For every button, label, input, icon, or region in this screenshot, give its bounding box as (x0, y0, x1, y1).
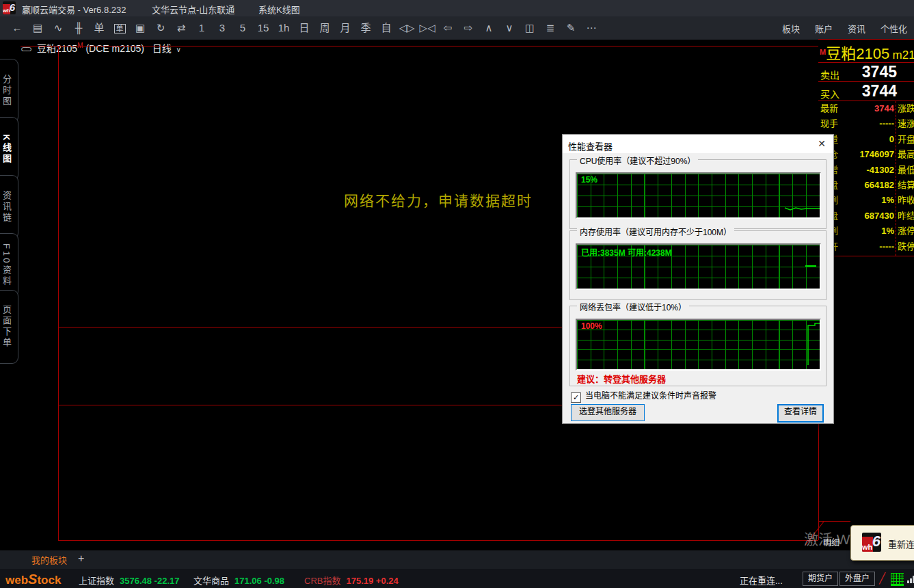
toolbar-icon-more[interactable]: ⋯ (581, 16, 602, 40)
network-quality-icon[interactable] (891, 573, 904, 586)
quote-row-right-label: 最高 (898, 147, 914, 162)
toolbar-icon-refresh[interactable]: ↻ (150, 16, 171, 40)
toolbar-icon-report[interactable]: ▤ (27, 16, 48, 40)
switch-server-button[interactable]: 选登其他服务器 (571, 404, 645, 421)
close-icon[interactable]: ✕ (816, 137, 828, 150)
instrument-name: 豆粕2105 (37, 43, 77, 54)
quote-row-value: ----- (879, 116, 894, 131)
toolbar-right-menu: 板块 账户 资讯 个性化 (782, 16, 907, 40)
toolbar-icon-indicator[interactable]: ≣ (540, 16, 561, 40)
toolbar-icon-minute-chart[interactable]: ∿ (48, 16, 68, 40)
quote-row-value: 0 (889, 132, 894, 147)
cpu-usage-graph: 15% (576, 172, 821, 219)
quote-row: 最新 3744 涨跌 (818, 101, 914, 116)
index-crb: CRB指数175.19 +0.24 (304, 574, 399, 587)
toolbar-icon-order-ticket[interactable]: 单 (109, 16, 130, 40)
sidebar-tab[interactable]: F10资料 (0, 233, 18, 297)
toolbar-icon-draw[interactable]: ✎ (561, 16, 581, 40)
app-title: 赢顺云端交易 - Ver6.8.232 (22, 3, 126, 16)
futures-account-button[interactable]: 期货户 (803, 572, 838, 586)
toolbar-icon-page-right[interactable]: ⇨ (458, 16, 479, 40)
toolbar-icon-flash-order[interactable]: 单 (89, 16, 109, 40)
network-trace (577, 320, 820, 369)
quote-title[interactable]: M豆粕2105 m2105 (820, 41, 914, 63)
toolbar-icon-period-5min[interactable]: 5 (232, 16, 253, 40)
toolbar-icon-period-custom[interactable]: 自 (376, 16, 396, 40)
toolbar-icon-chart-switch[interactable]: ⇄ (171, 16, 191, 40)
sidebar-tab[interactable]: 资讯链 (0, 175, 18, 239)
toolbar-icons: ← ▤ ∿ ╫ 单 单 ▣ ↻ ⇄ 1 3 5 (7, 16, 602, 40)
quote-row-value: 664182 (865, 178, 894, 193)
quote-row-value: -41302 (867, 163, 894, 178)
toolbar-icon-period-15min[interactable]: 15 (253, 16, 273, 40)
reconnect-toast-text: 重新连接 (888, 537, 914, 550)
instrument-code: (DCE m2105) (85, 43, 144, 54)
view-details-button[interactable]: 查看详情 (777, 404, 824, 423)
server-advice-text: 建议：转登其他服务器 (577, 372, 666, 385)
toolbar-icon-collapse-up[interactable]: ∧ (479, 16, 499, 40)
alarm-checkbox-row[interactable]: ✓当电脑不能满足建议条件时声音报警 (571, 389, 716, 400)
toolbar-icon-page-left[interactable]: ⇦ (438, 16, 458, 40)
reconnect-toast[interactable]: wh6 重新连接 (850, 525, 914, 561)
webstock-logo: webStock (5, 572, 61, 587)
chevron-down-icon: ∨ (176, 46, 181, 53)
alarm-checkbox-label: 当电脑不能满足建议条件时声音报警 (585, 391, 716, 401)
add-board-button[interactable]: + (78, 552, 84, 565)
memory-trace (577, 245, 820, 289)
toolbar-icon-period-1hour[interactable]: 1h (273, 16, 294, 40)
toolbar: ← ▤ ∿ ╫ 单 单 ▣ ↻ ⇄ 1 3 5 (0, 16, 914, 40)
index-shanghai: 上证指数3576.48 -22.17 (79, 574, 179, 587)
sidebar-tab[interactable]: K线图 (0, 117, 18, 181)
toolbar-icon-back[interactable]: ← (7, 16, 27, 40)
ask-row[interactable]: 卖出 3745 (818, 63, 914, 82)
server-node-label: 文华云节点-山东联通 (152, 3, 234, 16)
toolbar-icon-period-3min[interactable]: 3 (212, 16, 232, 40)
toolbar-icon-kline-chart[interactable]: ╫ (68, 16, 89, 40)
toolbar-icon-period-season[interactable]: 季 (355, 16, 376, 40)
sidebar-tab[interactable]: 页面下单 (0, 290, 18, 364)
sidebar-tab[interactable]: 分时图 (0, 59, 18, 123)
quote-instrument-code: m2105 (893, 49, 914, 62)
pen-slash-icon[interactable]: ╱ (879, 572, 885, 585)
checkbox-checked-icon[interactable]: ✓ (571, 392, 581, 403)
toolbar-icon-period-1min[interactable]: 1 (191, 16, 212, 40)
dialog-title-bar[interactable]: 性能查看器 ✕ (563, 135, 833, 153)
toolbar-icon-period-day[interactable]: 日 (294, 16, 314, 40)
connection-status: 正在重连... (740, 574, 783, 587)
bid-row[interactable]: 买入 3744 (818, 82, 914, 101)
memory-usage-graph: 已用:3835M 可用:4238M (576, 243, 821, 290)
quote-row-value: ----- (879, 239, 894, 254)
signal-bars-icon[interactable] (907, 576, 914, 583)
quote-row-value: 1746097 (859, 147, 894, 162)
quote-row-right-label: 昨收 (898, 193, 914, 208)
detail-label: 明细 (823, 536, 839, 548)
toolbar-menu-item[interactable]: 账户 (815, 22, 833, 35)
toolbar-menu-item[interactable]: 资讯 (848, 22, 865, 35)
toolbar-icon-save[interactable]: ▣ (130, 16, 150, 40)
memory-group-label: 内存使用率（建议可用内存不少于100M） (577, 226, 734, 237)
toolbar-icon-grid-layout[interactable]: ◫ (520, 16, 540, 40)
toolbar-icon-zoom-in[interactable]: ▷◁ (417, 16, 438, 40)
toolbar-icon-period-month[interactable]: 月 (335, 16, 355, 40)
quote-row-value: 1% (881, 224, 894, 239)
quote-row-right-label: 涨停 (898, 224, 914, 239)
cpu-trace (577, 174, 820, 217)
title-bar: wh6 赢顺云端交易 - Ver6.8.232 文华云节点-山东联通 系统K线图 (0, 0, 914, 16)
period-selector[interactable]: 日线 (152, 43, 172, 54)
toolbar-menu-item[interactable]: 个性化 (881, 22, 907, 35)
quote-row-right-label: 昨结 (898, 209, 914, 224)
status-bar: webStock 上证指数3576.48 -22.17 文华商品171.06 -… (0, 569, 914, 588)
wh6-logo-icon: wh6 (3, 1, 16, 14)
instrument-header[interactable]: ⊂⊃ 豆粕2105M (DCE m2105) 日线 ∨ (21, 41, 181, 56)
foreign-account-button[interactable]: 外盘户 (839, 572, 875, 586)
toolbar-icon-expand-down[interactable]: ∨ (499, 16, 520, 40)
index-wenhua: 文华商品171.06 -0.98 (193, 574, 284, 587)
app-window: wh6 赢顺云端交易 - Ver6.8.232 文华云节点-山东联通 系统K线图… (0, 0, 914, 588)
quote-row-right-label: 涨跌 (898, 101, 914, 116)
toolbar-icon-zoom-out[interactable]: ◁▷ (396, 16, 417, 40)
network-group-label: 网络丢包率（建议低于10%） (577, 301, 689, 312)
toolbar-menu-item[interactable]: 板块 (782, 22, 800, 35)
toolbar-icon-period-week[interactable]: 周 (314, 16, 335, 40)
cpu-group: CPU使用率（建议不超过90%） 15% (569, 159, 826, 229)
quote-row-value: 1% (881, 193, 894, 208)
